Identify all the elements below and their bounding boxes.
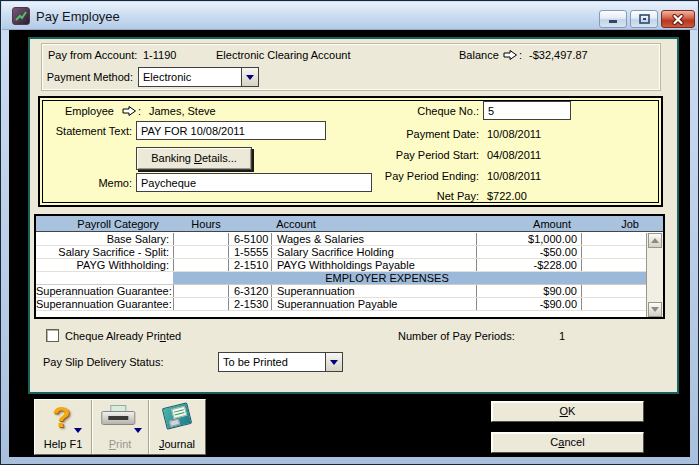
journal-button[interactable]: Journal (148, 400, 205, 454)
account-name: Electronic Clearing Account (216, 49, 351, 61)
close-icon (672, 14, 684, 25)
cell-category: Superannuation Guarantee: (36, 298, 173, 310)
cell-job (581, 259, 646, 271)
print-label-post: rint (116, 438, 131, 450)
balance-detail-arrow-icon[interactable] (503, 49, 518, 63)
cell-amount: -$50.00 (476, 246, 581, 258)
table-row[interactable]: Superannuation Guarantee: 6-3120 Superan… (36, 285, 646, 298)
chevron-down-icon (246, 75, 254, 80)
payroll-table: Payroll Category Hours Account Amount Jo… (34, 214, 665, 319)
section-header-row: EMPLOYER EXPENSES (36, 272, 646, 285)
net-pay-value: $722.00 (487, 190, 527, 202)
balance-label: Balance (459, 49, 499, 61)
memo-input[interactable] (136, 173, 372, 192)
pay-period-start-label: Pay Period Start: (361, 149, 479, 161)
cell-hours (173, 298, 228, 310)
app-icon (12, 7, 30, 25)
balance-value: -$32,497.87 (529, 49, 588, 61)
delivery-status-combo[interactable]: To be Printed (218, 352, 343, 372)
ok-label-key: O (560, 405, 569, 417)
banking-details-label-key: D (194, 152, 202, 164)
cell-account-name: Salary Sacrifice Holding (271, 246, 476, 258)
banking-details-label-post: etails... (202, 152, 237, 164)
cell-amount: -$228.00 (476, 259, 581, 271)
employee-colon: : (138, 105, 141, 117)
employee-value: James, Steve (149, 105, 216, 117)
maximize-button[interactable] (630, 10, 658, 28)
cell-account-no: 6-5100 (228, 233, 271, 245)
employee-detail-arrow-icon[interactable] (122, 105, 137, 119)
cheque-already-printed-checkbox[interactable] (46, 329, 59, 342)
banking-details-label-pre: Banking (151, 152, 194, 164)
cell-hours (173, 246, 228, 258)
header-amount: Amount (533, 218, 571, 230)
section-header-label: EMPLOYER EXPENSES (325, 272, 449, 284)
scroll-up-button[interactable] (648, 233, 662, 248)
delivery-status-dropdown-button[interactable] (325, 353, 342, 371)
toolbar: ? Help F1 Print Journal (34, 399, 206, 455)
cheque-no-input[interactable] (483, 101, 571, 120)
ok-button[interactable]: OK (491, 401, 644, 422)
payroll-table-header: Payroll Category Hours Account Amount Jo… (36, 216, 663, 232)
minimize-button[interactable] (599, 10, 627, 28)
cell-account-name: Superannuation (271, 285, 476, 297)
help-label: Help F1 (35, 438, 91, 450)
cell-amount: -$90.00 (476, 298, 581, 310)
header-job: Job (621, 218, 639, 230)
pay-period-ending-value: 10/08/2011 (487, 170, 541, 182)
print-dropdown-icon (134, 428, 142, 433)
cheque-already-printed-label: Cheque Already Printed (65, 330, 181, 342)
payment-method-dropdown-button[interactable] (241, 68, 258, 86)
cheque-printed-post: ted (166, 330, 181, 342)
cell-account-no: 1-5555 (228, 246, 271, 258)
ok-label-post: K (568, 405, 575, 417)
cell-hours (173, 259, 228, 271)
delivery-status-label: Pay Slip Delivery Status: (43, 356, 163, 368)
table-scrollbar[interactable] (646, 233, 663, 317)
cell-job (581, 246, 646, 258)
statement-text-label: Statement Text: (41, 125, 132, 137)
journal-icon (162, 402, 193, 430)
table-row[interactable]: Base Salary: 6-5100 Wages & Salaries $1,… (36, 233, 646, 246)
table-row[interactable]: Salary Sacrifice - Split: 1-5555 Salary … (36, 246, 646, 259)
journal-label-post: ournal (164, 438, 195, 450)
cell-category: Base Salary: (36, 233, 173, 245)
pay-periods-value: 1 (559, 330, 565, 342)
cancel-label-post: ncel (564, 436, 584, 448)
table-row[interactable]: Superannuation Guarantee: 2-1530 Superan… (36, 298, 646, 311)
minimize-icon (608, 15, 618, 24)
cell-account-no: 2-1530 (228, 298, 271, 310)
statement-text-input[interactable] (136, 121, 326, 140)
scroll-down-button[interactable] (648, 302, 662, 317)
table-row[interactable]: PAYG Withholding: 2-1510 PAYG Withholdin… (36, 259, 646, 272)
chevron-down-icon (330, 360, 338, 365)
cell-account-name: Wages & Salaries (271, 233, 476, 245)
triangle-up-icon (651, 238, 659, 243)
header-account: Account (276, 218, 316, 230)
cancel-button[interactable]: Cancel (491, 432, 644, 453)
graph-arrow-glyph (13, 8, 29, 24)
payment-date-label: Payment Date: (361, 128, 479, 140)
maximize-icon (639, 14, 650, 24)
cell-hours (173, 285, 228, 297)
cell-account-no: 6-3120 (228, 285, 271, 297)
cell-amount: $1,000.00 (476, 233, 581, 245)
triangle-down-icon (651, 307, 659, 312)
help-button[interactable]: ? Help F1 (35, 400, 91, 454)
cheque-no-label: Cheque No.: (381, 105, 479, 117)
header-payroll-category: Payroll Category (77, 218, 158, 230)
banking-details-button[interactable]: Banking Details... (136, 147, 252, 170)
print-button[interactable]: Print (91, 400, 148, 454)
cell-account-no: 2-1510 (228, 259, 271, 271)
cell-job (581, 298, 646, 310)
payment-method-value: Electronic (139, 68, 241, 86)
cell-category: Salary Sacrifice - Split: (36, 246, 173, 258)
pay-periods-label: Number of Pay Periods: (398, 330, 515, 342)
printer-icon (101, 405, 135, 431)
cell-account-name: Superannuation Payable (271, 298, 476, 310)
net-pay-label: Net Pay: (381, 190, 479, 202)
payment-method-combo[interactable]: Electronic (138, 67, 259, 87)
close-button[interactable] (661, 10, 695, 28)
cheque-printed-pre: Cheque Already Pri (65, 330, 160, 342)
journal-label: Journal (149, 438, 205, 450)
